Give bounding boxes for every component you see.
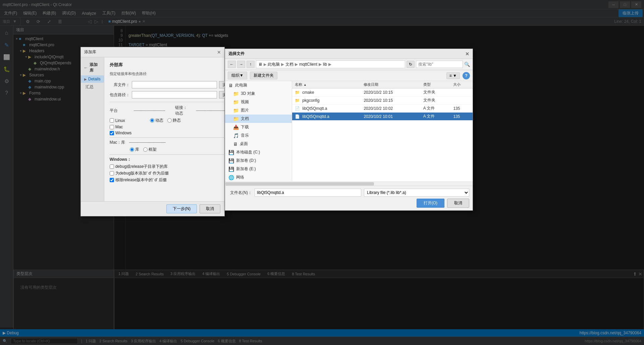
- fc-scrollbar-thumb[interactable]: [225, 182, 374, 186]
- table-row[interactable]: 📁 pkgconfig 2020/10/2 10:15 文件夹: [292, 96, 473, 105]
- dialog-main: 外部库 指定链接库和包含路径 库文件： 浏览... 包含路径： 浏览... 平台…: [104, 57, 243, 201]
- platform-section: 平台 ──────────── 链接：动态 ──────────────── L…: [110, 102, 238, 135]
- dialog-nav-summary[interactable]: 汇总: [81, 83, 104, 91]
- next-button[interactable]: 下一步(N): [166, 204, 197, 213]
- table-row[interactable]: 📁 cmake 2020/10/2 10:15 文件夹: [292, 88, 473, 96]
- windows-label: Windows: [115, 131, 132, 135]
- remove-d-checkbox[interactable]: [110, 178, 114, 182]
- lib-file-input[interactable]: [132, 81, 217, 88]
- fc-scrollbar-h[interactable]: [225, 182, 473, 186]
- fc-help-btn[interactable]: ?: [463, 72, 470, 79]
- fc-new-folder-btn[interactable]: 新建文件夹: [250, 72, 277, 79]
- mac-lib-radio[interactable]: [130, 147, 134, 152]
- dialog-back-btn[interactable]: ←: [84, 65, 88, 70]
- file-chooser-title: 选择文件 ✕: [225, 49, 473, 59]
- fc-search-input[interactable]: [416, 61, 463, 68]
- fc-path-docs[interactable]: 文档: [285, 62, 293, 67]
- add-d-checkbox[interactable]: [110, 171, 114, 176]
- dialog-section-desc: 指定链接库和包含路径: [110, 71, 238, 76]
- fc-item-network[interactable]: 🌐 网络: [225, 173, 292, 182]
- platform-windows-row: Windows: [110, 131, 238, 135]
- dialog-close-btn[interactable]: ✕: [217, 50, 221, 55]
- lib-file-row: 库文件： 浏览...: [110, 81, 238, 88]
- fc-open-btn[interactable]: 打开(O): [417, 199, 444, 208]
- fc-item-d-drive[interactable]: 💾 新加卷 (D:): [225, 156, 292, 165]
- platform-header-row: 平台 ──────────── 链接：动态 ────────────────: [110, 105, 238, 116]
- fc-path-pc[interactable]: 此电脑: [268, 62, 280, 67]
- fc-col-name[interactable]: 名称▲: [292, 81, 361, 88]
- fc-path-lib[interactable]: lib: [323, 62, 327, 67]
- fc-path: 🖥 ▶ 此电脑 ▶ 文档 ▶ mqttClient ▶ lib ▶: [256, 60, 405, 68]
- fc-footer: 文件名(N)： Library file (*.lib lib*.a) 打开(O…: [225, 186, 473, 210]
- fc-back-btn[interactable]: ←: [228, 61, 236, 68]
- fc-item-pictures[interactable]: 📁 图片: [225, 106, 292, 115]
- add-library-dialog: 添加库 ✕ ← 添加库 ▶ Details 汇总 外部库 指定链接库和包含路径 …: [80, 47, 225, 216]
- fc-toolbar2: 组织▼ 新建文件夹 ≡ ▼ ?: [225, 70, 473, 81]
- table-row[interactable]: 📄 libQt5Qmqtt.a 2020/10/2 10:02 A 文件 135: [292, 105, 473, 113]
- dialog-section-title: 外部库: [110, 62, 238, 68]
- fc-view-btn[interactable]: ≡ ▼: [446, 72, 460, 79]
- platform-linux-row: Linux 动态 静态: [110, 118, 238, 123]
- file-chooser-close[interactable]: ✕: [465, 51, 469, 57]
- fc-item-downloads[interactable]: 📥 下载: [225, 123, 292, 131]
- fc-up-btn[interactable]: ↑: [247, 61, 255, 68]
- dialog-title-bar: 添加库 ✕: [81, 47, 224, 57]
- windows-checkbox[interactable]: [110, 131, 114, 135]
- remove-d-label: 移除release版本中的' d' 后缀: [115, 177, 167, 183]
- include-path-input[interactable]: [132, 91, 217, 98]
- fc-item-docs[interactable]: 📁 文档: [225, 115, 292, 123]
- dialog-nav-details[interactable]: ▶ Details: [81, 75, 104, 83]
- debug-release-label: debug或release子目录下的库: [115, 164, 168, 169]
- fc-footer-btns: 打开(O) 取消: [228, 199, 469, 208]
- fc-body: 🖥 此电脑 📁 3D 对象 📁 视频 📁 图片 📁 文档 📥 下载: [225, 81, 473, 182]
- file-chooser-toolbar: ← → ↑ 🖥 ▶ 此电脑 ▶ 文档 ▶ mqttClient ▶ lib ▶ …: [225, 59, 473, 70]
- fc-filename-row: 文件名(N)： Library file (*.lib lib*.a): [228, 189, 469, 197]
- linux-checkbox[interactable]: [110, 118, 114, 123]
- mac-label: Mac: [115, 125, 123, 129]
- include-path-row: 包含路径： 浏览...: [110, 91, 238, 98]
- dialog-body: ← 添加库 ▶ Details 汇总 外部库 指定链接库和包含路径 库文件： 浏…: [81, 57, 224, 201]
- fc-filetype-select[interactable]: Library file (*.lib lib*.a): [364, 189, 469, 197]
- fc-col-date[interactable]: 修改日期: [361, 81, 420, 88]
- fc-path-project[interactable]: mqttClient: [299, 62, 317, 67]
- linux-label: Linux: [115, 118, 125, 123]
- fc-file-list-panel: 名称▲ 修改日期 类型 大小 📁 cmake 2020/10/2 10:15 文…: [292, 81, 473, 182]
- fc-item-c-drive[interactable]: 💾 本地磁盘 (C:): [225, 148, 292, 156]
- fc-item-music[interactable]: 🎵 音乐: [225, 131, 292, 140]
- fc-item-e-drive[interactable]: 💾 新加卷 (E:): [225, 165, 292, 173]
- fc-item-desktop[interactable]: 🖥 桌面: [225, 140, 292, 148]
- dialog-footer: 下一步(N) 取消: [81, 201, 224, 216]
- fc-refresh-btn[interactable]: ↻: [407, 61, 415, 68]
- debug-release-checkbox[interactable]: [110, 164, 114, 169]
- add-d-label: 为debug版本添加' d' 作为后缀: [115, 170, 169, 176]
- dynamic-radio[interactable]: [150, 118, 154, 123]
- fc-search-btn[interactable]: 🔍: [464, 62, 470, 67]
- dialog-sidebar: ← 添加库 ▶ Details 汇总: [81, 57, 104, 201]
- dialog-cancel-button[interactable]: 取消: [200, 204, 220, 213]
- fc-col-type[interactable]: 类型: [421, 81, 451, 88]
- fc-org-btn[interactable]: 组织▼: [228, 72, 247, 79]
- mac-section: Mac：库 ────────────── 库 框架: [110, 137, 238, 152]
- mac-framework-radio[interactable]: [143, 147, 148, 152]
- fc-col-size[interactable]: 大小: [450, 81, 473, 88]
- fc-filename-input[interactable]: [255, 189, 361, 197]
- platform-mac-row: Mac: [110, 125, 238, 129]
- file-chooser-dialog: 选择文件 ✕ ← → ↑ 🖥 ▶ 此电脑 ▶ 文档 ▶ mqttClient ▶…: [225, 49, 473, 211]
- windows-section: Windows： debug或release子目录下的库 为debug版本添加'…: [110, 154, 238, 183]
- fc-cancel-btn[interactable]: 取消: [447, 199, 469, 208]
- fc-item-video[interactable]: 📁 视频: [225, 98, 292, 106]
- mac-checkbox[interactable]: [110, 125, 114, 129]
- table-row-selected[interactable]: 📄 libQt5Qmqttd.a 2020/10/2 10:01 A 文件 13…: [292, 113, 473, 121]
- fc-file-table: 名称▲ 修改日期 类型 大小 📁 cmake 2020/10/2 10:15 文…: [292, 81, 473, 121]
- fc-item-3d[interactable]: 📁 3D 对象: [225, 89, 292, 98]
- fc-forward-btn[interactable]: →: [237, 61, 245, 68]
- fc-item-computer[interactable]: 🖥 此电脑: [225, 81, 292, 89]
- fc-left-panel: 🖥 此电脑 📁 3D 对象 📁 视频 📁 图片 📁 文档 📥 下载: [225, 81, 292, 182]
- static-radio[interactable]: [167, 118, 172, 123]
